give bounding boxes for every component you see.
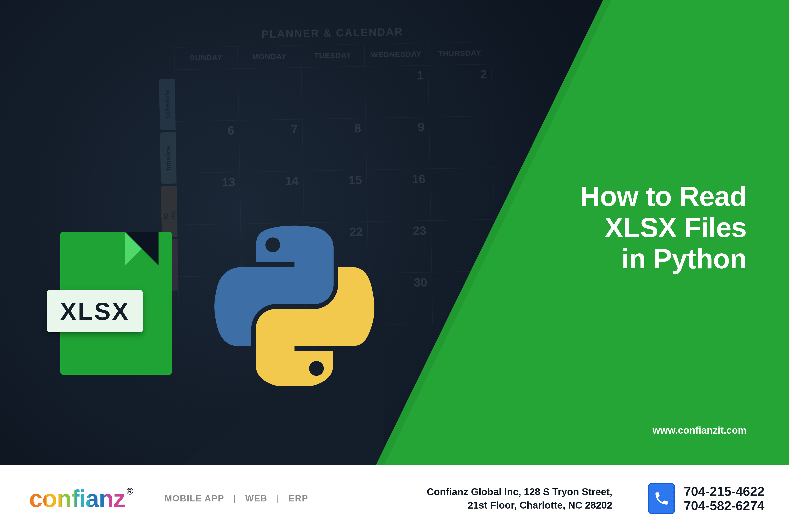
calendar-tab: schedule: [159, 78, 176, 130]
phone-block: 704-215-4622 704-582-6274: [648, 483, 765, 514]
calendar-cell: 7: [239, 119, 303, 172]
service-item: ERP: [289, 493, 308, 503]
company-address: Confianz Global Inc, 128 S Tryon Street,…: [427, 485, 612, 512]
calendar-cell: [301, 66, 366, 119]
calendar-cell: [238, 68, 302, 120]
headline-line: XLSX Files: [514, 212, 747, 243]
calendar-date: 14: [285, 174, 299, 188]
calendar-cell: 16: [367, 169, 431, 222]
calendar-tab-label: timeline: [164, 145, 172, 171]
calendar-tab: timeline: [160, 132, 177, 184]
separator: |: [277, 493, 279, 503]
calendar-date: 16: [412, 172, 425, 186]
footer-bar: confianz ® MOBILE APP | WEB | ERP Confia…: [0, 465, 789, 532]
calendar-date: 13: [222, 175, 235, 189]
calendar-cell: [430, 168, 494, 221]
calendar-cell: 6: [176, 120, 240, 173]
calendar-cell: 13: [177, 172, 241, 225]
service-item: MOBILE APP: [165, 493, 224, 503]
calendar-row: 6789: [176, 116, 493, 173]
calendar-cell: 14: [240, 171, 304, 224]
service-item: WEB: [245, 493, 267, 503]
calendar-cell: 9: [366, 117, 430, 170]
calendar-cell: 23: [367, 221, 432, 273]
calendar-date: 2: [480, 67, 487, 81]
calendar-cell: [175, 69, 239, 121]
headline-line: in Python: [514, 243, 747, 274]
headline-line: How to Read: [514, 181, 747, 212]
calendar-day-header: WEDNESDAY: [364, 43, 428, 66]
phone-numbers: 704-215-4622 704-582-6274: [684, 484, 765, 513]
separator: |: [233, 493, 236, 503]
calendar-date: 9: [418, 120, 425, 134]
calendar-day-header: THURSDAY: [428, 42, 492, 65]
brand-logo: confianz ®: [29, 484, 133, 513]
calendar-date: 1: [417, 68, 424, 82]
phone-number: 704-582-6274: [684, 498, 765, 513]
calendar-tab-label: schedule: [163, 90, 171, 119]
calendar-date: 23: [413, 224, 426, 238]
calendar-tab: to do: [161, 186, 178, 237]
calendar-row: 12: [175, 64, 493, 121]
website-url: www.confianzit.com: [653, 425, 747, 436]
xlsx-file-label: XLSX: [47, 290, 143, 332]
calendar-date: 30: [414, 275, 427, 289]
calendar-date: 15: [349, 173, 362, 187]
promo-graphic: PLANNER & CALENDAR schedule timeline to …: [0, 0, 789, 532]
python-logo-icon: [214, 225, 375, 386]
calendar-cell: 15: [303, 170, 367, 223]
headline-text: How to Read XLSX Files in Python: [514, 181, 747, 274]
xlsx-file-icon: XLSX: [47, 232, 172, 388]
calendar-day-header: SUNDAY: [174, 46, 238, 70]
brand-wordmark: confianz: [29, 484, 125, 513]
calendar-title: PLANNER & CALENDAR: [174, 24, 491, 42]
calendar-date: 7: [291, 122, 298, 136]
phone-number: 704-215-4622: [684, 484, 765, 498]
calendar-day-header: MONDAY: [238, 45, 301, 69]
phone-icon: [648, 483, 675, 514]
calendar-row: 13141516: [177, 168, 494, 225]
calendar-cell: 2: [428, 64, 492, 117]
xlsx-file-fold: [125, 232, 159, 265]
calendar-cell: 8: [302, 118, 367, 171]
services-list: MOBILE APP | WEB | ERP: [165, 493, 308, 504]
registered-mark: ®: [126, 486, 133, 497]
calendar-tab-label: to do: [161, 204, 177, 219]
calendar-date: 6: [227, 124, 234, 137]
calendar-cell: [429, 116, 493, 169]
calendar-date: 8: [354, 121, 361, 135]
address-line: Confianz Global Inc, 128 S Tryon Street,: [427, 485, 612, 498]
calendar-day-header: TUESDAY: [301, 44, 365, 68]
calendar-cell: 1: [365, 65, 429, 118]
address-line: 21st Floor, Charlotte, NC 28202: [427, 498, 612, 512]
hero-area: PLANNER & CALENDAR schedule timeline to …: [0, 0, 789, 465]
